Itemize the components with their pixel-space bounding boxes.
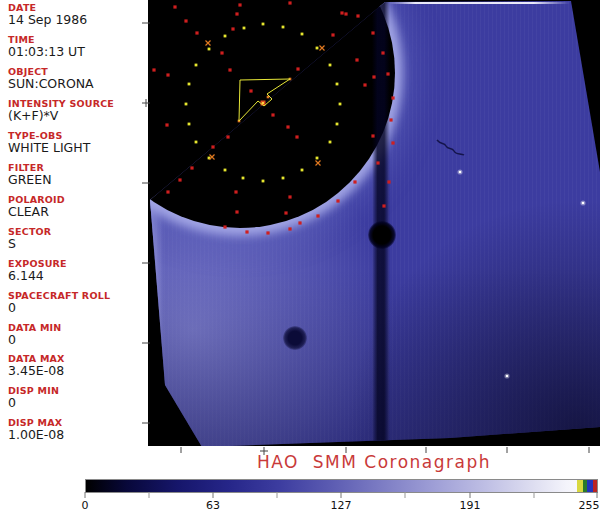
bright-left-edge [148, 195, 164, 446]
smm-coronagraph-viewer: { "sidebar": { "fields": [ {"label":"DAT… [0, 0, 600, 512]
field-object: OBJECTSUN:CORONA [8, 66, 146, 91]
field-time: TIME01:03:13 UT [8, 34, 146, 59]
field-date: DATE14 Sep 1986 [8, 2, 146, 27]
field-type-obs: TYPE-OBSWHITE LIGHT [8, 130, 146, 155]
field-value: SUN:CORONA [8, 77, 146, 91]
colorbar-label-63: 63 [206, 499, 220, 512]
field-value: CLEAR [8, 205, 146, 219]
field-value: 6.144 [8, 269, 146, 283]
field-label: DATA MIN [8, 322, 146, 333]
field-label: DISP MIN [8, 385, 146, 396]
field-disp-min: DISP MIN0 [8, 385, 146, 410]
field-value: WHITE LIGHT [8, 141, 146, 155]
field-intensity-source: INTENSITY SOURCE(K+F)*V [8, 98, 146, 123]
field-value: 3.45E-08 [8, 364, 146, 378]
field-value: GREEN [8, 173, 146, 187]
dark-dust-spot [283, 326, 307, 350]
intensity-colorbar [85, 479, 598, 493]
field-value: 14 Sep 1986 [8, 13, 146, 27]
field-label: SPACECRAFT ROLL [8, 290, 146, 301]
field-value: 0 [8, 301, 146, 315]
image-title: HAO SMM Coronagraph [148, 452, 600, 474]
coronagraph-image [148, 0, 600, 446]
colorbar-label-191: 191 [460, 499, 481, 512]
field-data-min: DATA MIN0 [8, 322, 146, 347]
field-value: 0 [8, 333, 146, 347]
metadata-sidebar: DATE14 Sep 1986TIME01:03:13 UTOBJECTSUN:… [0, 0, 148, 446]
field-label: SECTOR [8, 226, 146, 237]
field-value: 01:03:13 UT [8, 45, 146, 59]
field-label: EXPOSURE [8, 258, 146, 269]
field-polaroid: POLAROIDCLEAR [8, 194, 146, 219]
field-value: S [8, 237, 146, 251]
field-exposure: EXPOSURE6.144 [8, 258, 146, 283]
dark-spot-on-pylon [368, 221, 396, 249]
field-sector: SECTORS [8, 226, 146, 251]
exposure-frame [148, 0, 600, 446]
field-data-max: DATA MAX3.45E-08 [8, 353, 146, 378]
field-value: 0 [8, 396, 146, 410]
colorbar-label-255: 255 [579, 499, 600, 512]
bright-top-edge [388, 2, 570, 4]
field-value: 1.00E-08 [8, 428, 146, 442]
colorbar-label-127: 127 [331, 499, 352, 512]
field-spacecraft-roll: SPACECRAFT ROLL0 [8, 290, 146, 315]
field-value: (K+F)*V [8, 109, 146, 123]
field-filter: FILTERGREEN [8, 162, 146, 187]
colorbar-label-0: 0 [82, 499, 89, 512]
colorbar-end-stripe [593, 480, 597, 492]
field-disp-max: DISP MAX1.00E-08 [8, 417, 146, 442]
